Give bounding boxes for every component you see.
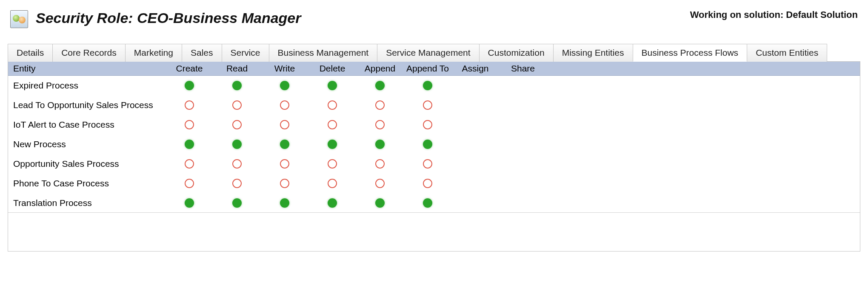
priv-full-icon[interactable] xyxy=(423,198,432,208)
priv-full-icon[interactable] xyxy=(328,81,337,90)
priv-cell-create xyxy=(166,100,213,110)
tab-sales[interactable]: Sales xyxy=(182,44,222,62)
col-header-write[interactable]: Write xyxy=(261,62,308,75)
priv-full-icon[interactable] xyxy=(328,140,337,149)
priv-full-icon[interactable] xyxy=(423,140,432,149)
table-row: IoT Alert to Case Process xyxy=(8,115,860,134)
col-header-append-to[interactable]: Append To xyxy=(404,62,451,75)
priv-none-icon[interactable] xyxy=(375,159,385,169)
tab-core-records[interactable]: Core Records xyxy=(52,44,126,62)
priv-cell-write xyxy=(261,120,308,129)
priv-cell-append xyxy=(356,81,404,90)
priv-none-icon[interactable] xyxy=(232,100,242,110)
priv-none-icon[interactable] xyxy=(328,120,337,129)
priv-cell-read xyxy=(213,81,261,90)
priv-cell-delete xyxy=(308,81,356,90)
priv-full-icon[interactable] xyxy=(280,81,289,90)
tab-service-management[interactable]: Service Management xyxy=(377,44,479,62)
tab-missing-entities[interactable]: Missing Entities xyxy=(553,44,633,62)
priv-full-icon[interactable] xyxy=(185,81,194,90)
priv-full-icon[interactable] xyxy=(375,140,385,149)
priv-none-icon[interactable] xyxy=(232,120,242,129)
priv-none-icon[interactable] xyxy=(423,179,432,188)
entity-name[interactable]: Opportunity Sales Process xyxy=(8,159,166,169)
priv-none-icon[interactable] xyxy=(423,120,432,129)
col-header-delete[interactable]: Delete xyxy=(308,62,356,75)
priv-none-icon[interactable] xyxy=(328,179,337,188)
col-header-read[interactable]: Read xyxy=(213,62,261,75)
page-header: Security Role: CEO-Business Manager Work… xyxy=(8,0,860,43)
priv-none-icon[interactable] xyxy=(185,100,194,110)
priv-full-icon[interactable] xyxy=(232,198,242,208)
tab-marketing[interactable]: Marketing xyxy=(125,44,182,62)
priv-none-icon[interactable] xyxy=(232,179,242,188)
entity-name[interactable]: Phone To Case Process xyxy=(8,178,166,189)
security-role-page: Security Role: CEO-Business Manager Work… xyxy=(0,0,868,259)
priv-full-icon[interactable] xyxy=(375,198,385,208)
tab-details[interactable]: Details xyxy=(8,44,53,62)
priv-none-icon[interactable] xyxy=(280,159,289,169)
col-header-append[interactable]: Append xyxy=(356,62,404,75)
priv-full-icon[interactable] xyxy=(328,198,337,208)
priv-none-icon[interactable] xyxy=(375,120,385,129)
priv-none-icon[interactable] xyxy=(232,159,242,169)
priv-cell-read xyxy=(213,120,261,129)
priv-none-icon[interactable] xyxy=(185,159,194,169)
entity-name[interactable]: New Process xyxy=(8,139,166,149)
priv-cell-write xyxy=(261,159,308,169)
priv-none-icon[interactable] xyxy=(423,100,432,110)
priv-none-icon[interactable] xyxy=(280,100,289,110)
priv-cell-append xyxy=(356,198,404,208)
table-row: Translation Process xyxy=(8,193,860,213)
priv-cell-append xyxy=(356,140,404,149)
priv-cell-append xyxy=(356,159,404,169)
col-header-share[interactable]: Share xyxy=(499,62,547,75)
priv-cell-delete xyxy=(308,120,356,129)
priv-full-icon[interactable] xyxy=(232,140,242,149)
priv-none-icon[interactable] xyxy=(280,179,289,188)
priv-full-icon[interactable] xyxy=(423,81,432,90)
tab-custom-entities[interactable]: Custom Entities xyxy=(747,44,827,62)
solution-label: Working on solution: Default Solution xyxy=(690,8,858,20)
priv-cell-append xyxy=(356,100,404,110)
priv-none-icon[interactable] xyxy=(280,120,289,129)
priv-cell-create xyxy=(166,179,213,188)
priv-full-icon[interactable] xyxy=(280,198,289,208)
priv-none-icon[interactable] xyxy=(185,120,194,129)
tab-strip: DetailsCore RecordsMarketingSalesService… xyxy=(8,43,860,62)
priv-cell-write xyxy=(261,81,308,90)
table-row: Expired Process xyxy=(8,76,860,95)
priv-none-icon[interactable] xyxy=(375,179,385,188)
priv-full-icon[interactable] xyxy=(185,198,194,208)
tab-customization[interactable]: Customization xyxy=(479,44,554,62)
entity-name[interactable]: IoT Alert to Case Process xyxy=(8,120,166,130)
table-row: Lead To Opportunity Sales Process xyxy=(8,95,860,115)
priv-cell-delete xyxy=(308,159,356,169)
col-header-assign[interactable]: Assign xyxy=(451,62,499,75)
priv-full-icon[interactable] xyxy=(232,81,242,90)
priv-full-icon[interactable] xyxy=(185,140,194,149)
grid-body: Expired ProcessLead To Opportunity Sales… xyxy=(8,76,860,213)
page-title: Security Role: CEO-Business Manager xyxy=(36,10,301,26)
priv-none-icon[interactable] xyxy=(375,100,385,110)
tab-service[interactable]: Service xyxy=(222,44,269,62)
priv-full-icon[interactable] xyxy=(280,140,289,149)
entity-name[interactable]: Translation Process xyxy=(8,198,166,208)
entity-name[interactable]: Expired Process xyxy=(8,80,166,91)
priv-cell-delete xyxy=(308,140,356,149)
priv-none-icon[interactable] xyxy=(423,159,432,169)
priv-cell-delete xyxy=(308,100,356,110)
priv-cell-create xyxy=(166,120,213,129)
priv-cell-read xyxy=(213,198,261,208)
tab-business-process-flows[interactable]: Business Process Flows xyxy=(633,44,748,62)
col-header-entity[interactable]: Entity xyxy=(8,62,166,75)
priv-full-icon[interactable] xyxy=(375,81,385,90)
entity-name[interactable]: Lead To Opportunity Sales Process xyxy=(8,100,166,110)
priv-cell-create xyxy=(166,198,213,208)
priv-none-icon[interactable] xyxy=(328,100,337,110)
col-header-create[interactable]: Create xyxy=(166,62,213,75)
priv-none-icon[interactable] xyxy=(328,159,337,169)
priv-none-icon[interactable] xyxy=(185,179,194,188)
tab-business-management[interactable]: Business Management xyxy=(269,44,378,62)
table-row: New Process xyxy=(8,134,860,154)
